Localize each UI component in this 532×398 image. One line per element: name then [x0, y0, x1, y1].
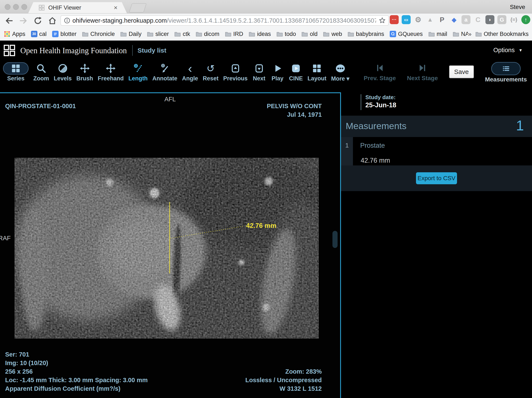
lastpass-icon[interactable]: ···	[390, 15, 399, 24]
layout-grid-icon	[312, 62, 322, 74]
prev-stage-button[interactable]: Prev. Stage	[364, 62, 396, 82]
drive-icon[interactable]: ▲	[426, 15, 435, 24]
bookmark-item-todo[interactable]: todo	[277, 31, 296, 37]
bookmark-item-dicom[interactable]: dicom	[196, 31, 219, 37]
measurements-count-badge: 1	[516, 117, 524, 134]
bookmark-item-gqueues[interactable]: GQueues	[390, 31, 423, 37]
tool-brush[interactable]: Brush	[76, 62, 93, 82]
bookmark-item-ideas[interactable]: ideas	[249, 31, 271, 37]
angle-chevron-icon: ‹	[188, 62, 192, 74]
tool-annotate[interactable]: Annotate	[152, 62, 177, 82]
bookmark-star-icon[interactable]	[379, 17, 386, 24]
measurement-row-value: 42.76 mm	[361, 157, 390, 164]
folder-icon	[348, 31, 354, 37]
tool-zoom[interactable]: Zoom	[33, 62, 49, 82]
bookmark-item-daily[interactable]: Daily	[120, 31, 141, 37]
back-icon[interactable]	[5, 16, 14, 25]
forward-icon[interactable]	[19, 16, 28, 25]
image-viewport[interactable]: AFL QIN-PROSTATE-01-0001 PELVIS W/O CONT…	[0, 92, 341, 398]
app-title: Open Health Imaging Foundation	[20, 46, 127, 55]
chevron-down-icon: ▾	[519, 47, 522, 53]
url-text: ohifviewer-staging.herokuapp.com/viewer/…	[72, 17, 376, 24]
study-date-divider	[361, 94, 361, 110]
measurement-value-label[interactable]: 42.76 mm	[246, 222, 276, 230]
options-dropdown[interactable]: Options▾	[493, 47, 522, 54]
bookmark-label: web	[331, 31, 342, 37]
g-icon[interactable]: G	[497, 15, 506, 24]
bookmark-item-other-bookmarks[interactable]: Other Bookmarks	[475, 31, 529, 37]
folder-icon	[82, 31, 89, 37]
bookmark-item-cal[interactable]: 30cal	[31, 31, 47, 37]
next-stage-label: Next Stage	[407, 75, 438, 82]
bookmark-item-apps[interactable]: Apps	[4, 31, 25, 37]
browser-tab[interactable]: OHIF Viewer ×	[28, 2, 127, 13]
braces-icon[interactable]: {≡}	[509, 15, 518, 24]
gear-icon[interactable]: ⚙	[414, 15, 423, 24]
tool-label: Reset	[203, 75, 219, 82]
tool-length[interactable]: Length	[128, 62, 148, 82]
bookmark-item-chronicle[interactable]: Chronicle	[82, 31, 115, 37]
bookmark-item-slicer[interactable]: slicer	[147, 31, 169, 37]
bookmark-item-babybrains[interactable]: babybrains	[348, 31, 384, 37]
pocket-icon[interactable]: ↑	[521, 15, 530, 24]
chat-icon[interactable]: a	[462, 15, 470, 24]
close-window-button[interactable]	[5, 4, 11, 10]
diamond-icon[interactable]: ◆	[450, 15, 458, 24]
bookmark-item-web[interactable]: web	[323, 31, 342, 37]
viewport-scrollbar[interactable]	[332, 231, 338, 248]
tool-next[interactable]: Next	[252, 62, 266, 82]
folder-icon	[475, 31, 482, 37]
export-csv-button[interactable]: Export to CSV	[416, 172, 457, 184]
tool-label: Length	[128, 75, 148, 82]
bookmark-item-old[interactable]: old	[301, 31, 317, 37]
skip-start-icon	[375, 62, 385, 74]
reload-icon[interactable]	[33, 16, 42, 25]
tool-play[interactable]: Play	[271, 62, 284, 82]
study-date-value: 25-Jun-18	[365, 101, 396, 109]
measurements-title: Measurements	[346, 121, 406, 131]
bookmark-label: ctk	[183, 31, 190, 37]
home-icon[interactable]	[48, 16, 57, 25]
tool-angle[interactable]: ‹Angle	[182, 62, 198, 82]
bookmark-item-nac[interactable]: NAC	[453, 31, 468, 37]
snag-icon[interactable]: ▭	[402, 15, 411, 24]
bookmark-item-ctk[interactable]: ctk	[174, 31, 190, 37]
save-button[interactable]: Save	[449, 65, 474, 78]
c-icon[interactable]: C	[474, 15, 482, 24]
zoom-window-button[interactable]	[21, 4, 27, 10]
measurements-toggle-label: Measurements	[485, 76, 527, 83]
tool-series[interactable]: Series	[3, 62, 29, 82]
tool-levels[interactable]: Levels	[54, 62, 72, 82]
folder-icon	[301, 31, 308, 37]
length-ruler-icon	[133, 62, 143, 74]
bookmark-item-mail[interactable]: mail	[428, 31, 447, 37]
series-pill	[3, 62, 29, 75]
tool-reset[interactable]: ↺Reset	[203, 62, 219, 82]
paypal-icon[interactable]: P	[437, 15, 447, 24]
minimize-window-button[interactable]	[13, 4, 19, 10]
prev-stage-label: Prev. Stage	[364, 75, 396, 82]
bookmark-label: babybrains	[356, 31, 384, 37]
measurements-toggle-button[interactable]: Measurements	[485, 62, 527, 83]
bookmark-item-blotter[interactable]: blotter	[52, 31, 76, 37]
tool-cine[interactable]: CINE	[289, 62, 303, 82]
tool-freehand[interactable]: Freehand	[98, 62, 124, 82]
bookmark-label: NAC	[461, 31, 468, 37]
tab-close-icon[interactable]: ×	[114, 5, 118, 11]
tool-more[interactable]: More ▾	[331, 62, 349, 82]
bookmark-item-ird[interactable]: IRD	[225, 31, 243, 37]
tool-layout[interactable]: Layout	[307, 62, 326, 82]
shell-icon[interactable]: ◗	[485, 15, 494, 24]
study-list-link[interactable]: Study list	[137, 47, 166, 54]
next-stage-button[interactable]: Next Stage	[407, 62, 438, 82]
measurement-row-index: 1	[341, 137, 353, 166]
page-info-icon[interactable]	[64, 17, 70, 24]
folder-icon	[277, 31, 283, 37]
bookmarks-overflow-icon[interactable]: »	[468, 30, 472, 38]
new-tab-button[interactable]	[129, 3, 146, 13]
measurement-row[interactable]: 1Prostate42.76 mm	[341, 137, 532, 166]
url-bar[interactable]: ohifviewer-staging.herokuapp.com/viewer/…	[60, 15, 389, 26]
length-measurement-annotation[interactable]	[0, 93, 340, 398]
tool-previous[interactable]: Previous	[223, 62, 248, 82]
folder-icon	[428, 31, 435, 37]
